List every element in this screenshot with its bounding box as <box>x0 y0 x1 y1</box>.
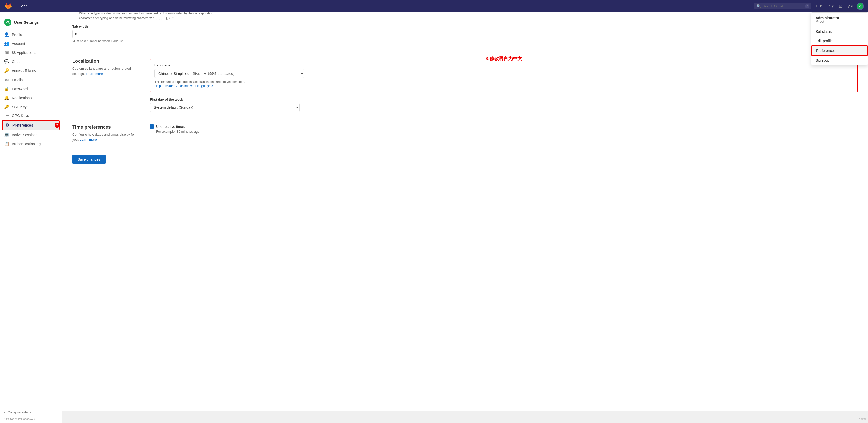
top-navbar: ☰ Menu 🔍 / ＋ ▾ ⇌ ▾ ☑ ? ▾ A <box>0 0 868 12</box>
localization-label: Localization Customize language and regi… <box>72 59 140 112</box>
time-preferences-section: Time preferences Configure how dates and… <box>72 118 858 149</box>
sidebar-label-account: Account <box>12 41 25 46</box>
active-sessions-icon: 💻 <box>4 132 9 137</box>
user-dropdown-menu: Administrator @root Set status Edit prof… <box>811 12 868 65</box>
access-tokens-icon: 🔑 <box>4 68 9 73</box>
authentication-log-icon: 📋 <box>4 141 9 146</box>
sidebar-item-chat[interactable]: 💬 Chat <box>0 57 62 66</box>
sidebar-item-notifications[interactable]: 🔔 Notifications <box>0 93 62 102</box>
language-select[interactable]: Chinese, Simplified - 简体中文 (99% translat… <box>154 69 304 78</box>
search-icon: 🔍 <box>757 4 761 8</box>
password-icon: 🔒 <box>4 86 9 91</box>
tab-width-label: Tab width <box>72 25 222 28</box>
sidebar-label-notifications: Notifications <box>12 96 32 100</box>
language-label: Language <box>154 63 853 67</box>
localization-box: 3.修改语言为中文 Language Chinese, Simplified -… <box>150 59 858 93</box>
time-preferences-content: Use relative times For example: 30 minut… <box>150 125 858 142</box>
relative-times-hint: For example: 30 minutes ago. <box>150 130 858 133</box>
sidebar-item-active-sessions[interactable]: 💻 Active Sessions <box>0 130 62 139</box>
surround-text-description: When you type in a description or commen… <box>79 11 224 21</box>
first-day-group: First day of the week System default (Su… <box>150 98 858 112</box>
dropdown-edit-profile[interactable]: Edit profile <box>811 36 868 45</box>
sidebar-label-gpg-keys: GPG Keys <box>12 113 29 118</box>
sidebar-item-profile[interactable]: 👤 Profile <box>0 30 62 39</box>
sidebar-label-chat: Chat <box>12 60 20 64</box>
external-link-icon: ↗ <box>211 85 213 88</box>
hamburger-icon: ☰ <box>16 4 19 8</box>
preferences-icon: ⚙ <box>5 123 10 128</box>
user-settings-icon <box>4 19 11 26</box>
notifications-icon: 🔔 <box>4 95 9 100</box>
localization-title: Localization <box>72 59 140 64</box>
issues-button[interactable]: ☑ <box>837 3 844 10</box>
profile-icon: 👤 <box>4 32 9 37</box>
first-day-select[interactable]: System default (Sunday) Monday Saturday … <box>150 103 300 112</box>
tab-width-input[interactable] <box>72 30 222 38</box>
collapse-label: Collapse sidebar <box>7 410 33 411</box>
ssh-keys-icon: 🔑 <box>4 104 9 109</box>
dropdown-sign-out[interactable]: Sign out <box>811 56 868 65</box>
sidebar-label-access-tokens: Access Tokens <box>12 69 36 73</box>
sidebar-item-emails[interactable]: ✉ Emails <box>0 75 62 84</box>
tab-width-group: Tab width Must be a number between 1 and… <box>72 25 222 43</box>
translate-gitlab-link[interactable]: Help translate GitLab into your language… <box>154 84 213 88</box>
sidebar-label-applications: 88 Applications <box>12 51 36 55</box>
relative-times-checkbox[interactable] <box>150 125 154 129</box>
localization-section: Localization Customize language and regi… <box>72 53 858 118</box>
menu-button[interactable]: ☰ Menu <box>16 4 29 8</box>
sidebar-item-applications[interactable]: ▣ 88 Applications <box>0 48 62 57</box>
main-content: Surround text selection when typing quot… <box>62 0 868 411</box>
sidebar-item-password[interactable]: 🔒 Password <box>0 84 62 93</box>
localization-content: 3.修改语言为中文 Language Chinese, Simplified -… <box>150 59 858 112</box>
sidebar-item-authentication-log[interactable]: 📋 Authentication log <box>0 139 62 148</box>
account-icon: 👥 <box>4 41 9 46</box>
first-day-label: First day of the week <box>150 98 858 101</box>
dropdown-set-status[interactable]: Set status <box>811 27 868 36</box>
sidebar-label-authentication-log: Authentication log <box>12 142 40 146</box>
user-avatar[interactable]: A <box>857 3 864 10</box>
svg-point-0 <box>7 21 8 22</box>
gitlab-logo-icon <box>4 2 12 10</box>
experimental-hint: This feature is experimental and transla… <box>154 80 853 84</box>
applications-icon: ▣ <box>4 50 9 55</box>
save-changes-button[interactable]: Save changes <box>72 155 106 164</box>
dropdown-user-handle: @root <box>815 20 864 24</box>
menu-label: Menu <box>21 4 29 8</box>
dropdown-user-info: Administrator @root <box>811 13 868 27</box>
help-button[interactable]: ? ▾ <box>846 3 855 10</box>
sidebar-item-access-tokens[interactable]: 🔑 Access Tokens <box>0 66 62 75</box>
collapse-sidebar-button[interactable]: « Collapse sidebar <box>0 408 62 411</box>
localization-learn-more[interactable]: Learn more <box>86 72 103 76</box>
sidebar-item-gpg-keys[interactable]: 🗝 GPG Keys <box>0 111 62 120</box>
sidebar-label-active-sessions: Active Sessions <box>12 133 37 137</box>
translate-link-text: Help translate GitLab into your language <box>154 84 210 88</box>
gpg-keys-icon: 🗝 <box>4 113 9 118</box>
sidebar-item-ssh-keys[interactable]: 🔑 SSH Keys <box>0 102 62 111</box>
time-preferences-description: Configure how dates and times display fo… <box>72 132 140 142</box>
dropdown-username: Administrator <box>815 16 864 20</box>
time-preferences-label: Time preferences Configure how dates and… <box>72 125 140 142</box>
dropdown-preferences[interactable]: Preferences 1 <box>811 45 868 56</box>
sidebar-item-preferences[interactable]: ⚙ Preferences 2 <box>2 120 60 130</box>
sidebar-label-emails: Emails <box>12 78 23 82</box>
search-shortcut: / <box>805 4 809 8</box>
sidebar-label-password: Password <box>12 87 28 91</box>
sidebar-label-ssh-keys: SSH Keys <box>12 105 28 109</box>
collapse-icon: « <box>4 410 6 411</box>
localization-annotation: 3.修改语言为中文 <box>483 56 524 62</box>
relative-times-label: Use relative times <box>156 125 185 129</box>
time-preferences-learn-more[interactable]: Learn more <box>80 138 97 141</box>
chat-icon: 💬 <box>4 59 9 64</box>
search-bar[interactable]: 🔍 / <box>754 3 811 9</box>
merge-requests-button[interactable]: ⇌ ▾ <box>826 3 835 10</box>
sidebar-item-account[interactable]: 👥 Account <box>0 39 62 48</box>
sidebar-title: User Settings <box>14 20 39 25</box>
search-input[interactable] <box>763 4 804 8</box>
relative-times-row: Use relative times <box>150 125 858 129</box>
surround-text-section: Surround text selection when typing quot… <box>72 6 858 53</box>
sidebar-preferences-badge: 2 <box>55 123 60 128</box>
plus-button[interactable]: ＋ ▾ <box>813 3 823 10</box>
sidebar-header: User Settings <box>0 17 62 30</box>
sidebar-label-profile: Profile <box>12 33 22 37</box>
time-preferences-title: Time preferences <box>72 125 140 130</box>
